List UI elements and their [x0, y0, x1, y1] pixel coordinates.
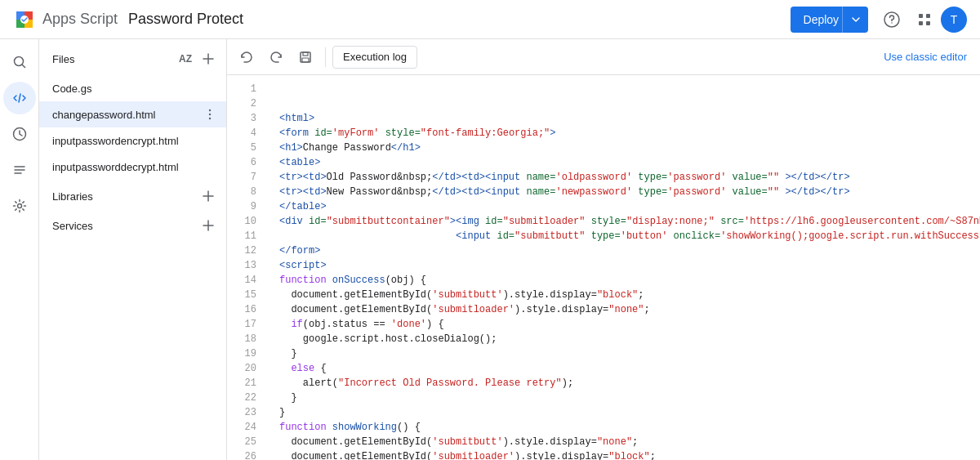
toolbar-divider: [325, 47, 326, 67]
file-name-changepassword: changepassword.html: [52, 109, 200, 121]
code-line: document.getElementById('submitloader').…: [279, 449, 980, 460]
sidebar-triggers-button[interactable]: [3, 118, 36, 150]
add-file-button[interactable]: [197, 47, 220, 70]
execution-log-label: Execution log: [343, 51, 407, 63]
file-menu-button[interactable]: [200, 105, 220, 124]
code-line: </form>: [279, 243, 980, 258]
more-vert-icon: [203, 108, 216, 121]
add-library-icon: [201, 189, 216, 203]
code-line: <h1>Change Password</h1>: [279, 141, 980, 155]
search-icon: [12, 55, 27, 69]
libraries-section[interactable]: Libraries: [39, 180, 226, 209]
code-line: <div id="submitbuttcontainer"><img id="s…: [279, 214, 980, 229]
file-item-changepassword[interactable]: changepassword.html: [39, 101, 226, 127]
deploy-button[interactable]: Deploy: [791, 7, 869, 33]
list-icon: [12, 163, 27, 177]
svg-rect-8: [919, 14, 923, 18]
code-line: }: [279, 391, 980, 405]
file-name-inputencrypt: inputpasswordencrypt.html: [52, 135, 220, 147]
undo-button[interactable]: [234, 44, 260, 70]
code-line: document.getElementById('submitbutt').st…: [279, 288, 980, 302]
add-service-button[interactable]: [197, 214, 220, 237]
project-name-label: Password Protect: [128, 11, 243, 28]
svg-rect-10: [919, 21, 923, 25]
save-icon: [298, 50, 313, 65]
code-line: <tr><td>New Password&nbsp;</td><td><inpu…: [279, 185, 980, 199]
clock-icon: [12, 127, 27, 141]
file-item-codejs[interactable]: Code.gs: [39, 75, 226, 101]
services-section[interactable]: Services: [39, 209, 226, 239]
undo-icon: [239, 50, 254, 65]
code-content[interactable]: <html><form id='myForm' style="font-fami…: [266, 75, 980, 460]
avatar[interactable]: T: [941, 7, 967, 33]
svg-rect-11: [926, 21, 930, 25]
app-logo: [13, 8, 36, 31]
files-label: Files: [52, 53, 174, 65]
sort-files-button[interactable]: AZ: [174, 47, 197, 70]
file-name-codejs: Code.gs: [52, 83, 220, 95]
code-line: document.getElementById('submitbutt').st…: [279, 435, 980, 449]
file-item-inputdecrypt[interactable]: inputpassworddecrypt.html: [39, 154, 226, 180]
deploy-button-label: Deploy: [804, 13, 843, 26]
svg-point-16: [209, 114, 211, 115]
sidebar-code-button[interactable]: [3, 82, 36, 114]
apps-script-logo-icon: [13, 8, 36, 31]
app-name-label: Apps Script: [42, 11, 118, 28]
svg-point-15: [209, 109, 211, 111]
redo-icon: [269, 50, 283, 65]
code-line: document.getElementById('submitloader').…: [279, 302, 980, 317]
file-item-inputencrypt[interactable]: inputpasswordencrypt.html: [39, 127, 226, 154]
save-button[interactable]: [292, 44, 318, 70]
gear-icon: [12, 199, 27, 213]
deploy-dropdown-arrow[interactable]: [842, 7, 868, 33]
svg-point-12: [14, 57, 23, 66]
redo-button[interactable]: [263, 44, 289, 70]
code-line: function onSuccess(obj) {: [279, 273, 980, 288]
code-line: </table>: [279, 199, 980, 214]
add-library-button[interactable]: [197, 185, 220, 208]
code-line: <tr><td>Old Password&nbsp;</td><td><inpu…: [279, 170, 980, 185]
svg-rect-9: [926, 14, 930, 18]
svg-point-17: [209, 118, 211, 119]
file-name-inputdecrypt: inputpassworddecrypt.html: [52, 161, 220, 173]
code-line: <input id="submitbutt" type='button' onc…: [279, 229, 980, 243]
icon-sidebar: [0, 39, 39, 460]
line-numbers: 12345 678910 1112131415 1617181920 21222…: [227, 75, 266, 460]
topbar: Apps Script Password Protect Deploy T: [0, 0, 980, 39]
classic-editor-button[interactable]: Use classic editor: [877, 47, 973, 66]
code-line: alert("Incorrect Old Password. Please re…: [279, 376, 980, 391]
code-line: <form id='myForm' style="font-family:Geo…: [279, 126, 980, 141]
code-editor[interactable]: 12345 678910 1112131415 1617181920 21222…: [227, 75, 980, 460]
svg-rect-19: [303, 52, 308, 56]
svg-point-7: [891, 22, 893, 24]
add-service-icon: [201, 218, 216, 233]
apps-button[interactable]: [908, 3, 941, 36]
main-layout: Files AZ Code.gs changepassword.html: [0, 39, 980, 460]
files-header: Files AZ: [39, 39, 226, 75]
code-line: else {: [279, 361, 980, 376]
help-button[interactable]: [875, 3, 908, 36]
svg-point-14: [17, 204, 21, 208]
code-line: function showWorking() {: [279, 420, 980, 435]
code-line: google.script.host.closeDialog();: [279, 332, 980, 346]
file-panel: Files AZ Code.gs changepassword.html: [39, 39, 227, 460]
code-line: }: [279, 405, 980, 420]
grid-icon: [916, 11, 933, 28]
file-list: Code.gs changepassword.html inputpasswor…: [39, 75, 226, 180]
code-line: <script>: [279, 258, 980, 273]
add-icon: [201, 51, 216, 66]
classic-editor-label: Use classic editor: [884, 51, 967, 63]
editor-toolbar: Execution log Use classic editor: [227, 39, 980, 75]
sidebar-settings-button[interactable]: [3, 190, 36, 222]
code-line: <html>: [279, 111, 980, 126]
code-icon: [12, 91, 27, 105]
execution-log-button[interactable]: Execution log: [332, 46, 417, 69]
sidebar-executions-button[interactable]: [3, 154, 36, 186]
services-label: Services: [52, 220, 197, 232]
help-icon: [884, 11, 900, 28]
code-line: <table>: [279, 155, 980, 170]
editor-area: Execution log Use classic editor 12345 6…: [227, 39, 980, 460]
sidebar-search-button[interactable]: [3, 46, 36, 78]
topbar-divider: [121, 11, 125, 28]
chevron-down-icon: [849, 13, 862, 26]
